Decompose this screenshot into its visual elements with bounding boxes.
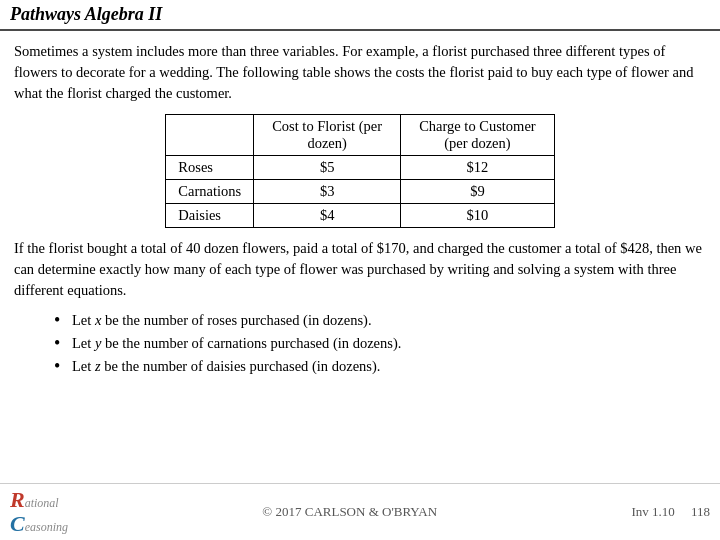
table-header-row: Cost to Florist (per dozen) Charge to Cu… <box>166 115 554 156</box>
follow-paragraph: If the florist bought a total of 40 doze… <box>14 238 706 301</box>
footer-inv: Inv 1.10 <box>631 504 674 519</box>
list-item: Let x be the number of roses purchased (… <box>54 309 706 332</box>
header-cell-charge: Charge to Customer (per dozen) <box>401 115 555 156</box>
table-row: Carnations $3 $9 <box>166 180 554 204</box>
intro-paragraph: Sometimes a system includes more than th… <box>14 41 706 104</box>
page-container: Pathways Algebra II Sometimes a system i… <box>0 0 720 540</box>
table-row: Roses $5 $12 <box>166 156 554 180</box>
logo-graphic: R ational C easoning <box>10 488 68 536</box>
flower-table: Cost to Florist (per dozen) Charge to Cu… <box>165 114 554 228</box>
logo-r-letter: R <box>10 488 25 512</box>
header-cell-empty <box>166 115 254 156</box>
main-content: Sometimes a system includes more than th… <box>0 31 720 483</box>
header-cell-cost: Cost to Florist (per dozen) <box>254 115 401 156</box>
page-footer: R ational C easoning © 2017 CARLSON & O'… <box>0 483 720 540</box>
footer-inv-page: Inv 1.10 118 <box>631 504 710 520</box>
variable-list: Let x be the number of roses purchased (… <box>14 309 706 379</box>
list-item: Let y be the number of carnations purcha… <box>54 332 706 355</box>
flower-roses: Roses <box>166 156 254 180</box>
logo: R ational C easoning <box>10 488 68 536</box>
logo-c-letter: C <box>10 512 25 536</box>
page-title: Pathways Algebra II <box>10 4 162 24</box>
cost-carnations: $3 <box>254 180 401 204</box>
logo-reasoning-text: easoning <box>25 521 68 534</box>
charge-daisies: $10 <box>401 204 555 228</box>
flower-carnations: Carnations <box>166 180 254 204</box>
footer-copyright: © 2017 CARLSON & O'BRYAN <box>68 504 631 520</box>
cost-roses: $5 <box>254 156 401 180</box>
list-item: Let z be the number of daisies purchased… <box>54 355 706 378</box>
table-row: Daisies $4 $10 <box>166 204 554 228</box>
flower-daisies: Daisies <box>166 204 254 228</box>
page-header: Pathways Algebra II <box>0 0 720 31</box>
footer-page: 118 <box>691 504 710 519</box>
flower-table-wrapper: Cost to Florist (per dozen) Charge to Cu… <box>14 114 706 228</box>
charge-roses: $12 <box>401 156 555 180</box>
charge-carnations: $9 <box>401 180 555 204</box>
cost-daisies: $4 <box>254 204 401 228</box>
logo-rational-text: ational <box>25 497 59 510</box>
